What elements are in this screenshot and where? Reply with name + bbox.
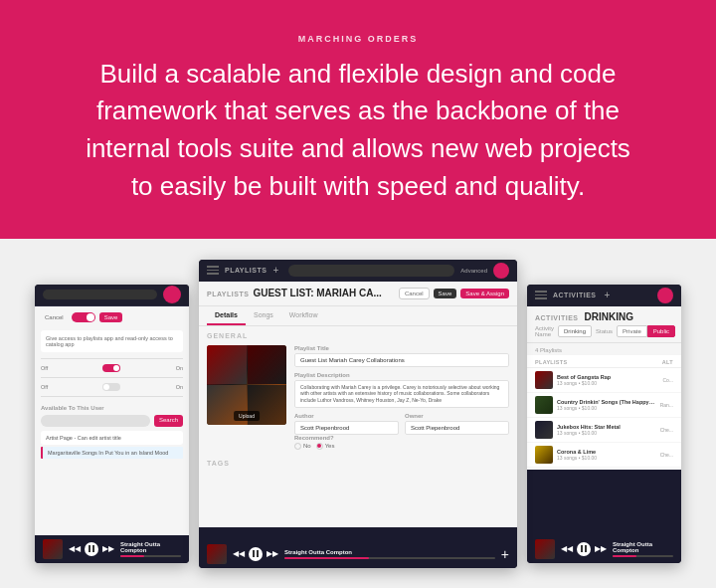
center-track-info: Straight Outta Compton (284, 549, 495, 559)
center-save-button[interactable]: Save (434, 289, 457, 298)
playlist-image-area[interactable]: Upload (207, 345, 286, 425)
screenshots-section: Cancel Save Give access to playlists app… (0, 239, 716, 588)
playlist-info-1: Best of Gangsta Rap 13 songs • $10.00 (557, 374, 658, 386)
owner-label: Owner (405, 413, 509, 419)
left-toggle[interactable] (72, 312, 95, 322)
right-screen: ACTIVITIES + ACTIVITIES DRINKING Activit… (527, 285, 681, 563)
left-toggle-row-2: Off On (41, 383, 183, 391)
playlist-title-input[interactable]: Guest List Mariah Carey Collaborations (294, 353, 509, 367)
author-input[interactable]: Scott Piepenbrood (294, 421, 399, 435)
left-info-text: Give access to playlists app and read-on… (46, 335, 178, 347)
center-add-to-playlist[interactable]: + (501, 547, 509, 561)
center-screen: PLAYLISTS + Advanced PLAYLISTS GUEST LIS… (199, 260, 517, 568)
general-label: GENERAL (207, 332, 509, 339)
right-player-progress (613, 555, 673, 557)
right-playlist-header: PLAYLISTS ALT (527, 357, 681, 368)
tab-songs[interactable]: Songs (246, 306, 281, 325)
tab-workflow[interactable]: Workflow (281, 306, 326, 325)
center-add-button[interactable]: + (272, 265, 278, 276)
center-form-row: Upload Playlist Title Guest List Mariah … (207, 345, 509, 455)
small-toggle-2-dot (103, 384, 109, 390)
owner-group: Owner Scott Piepenbrood (405, 413, 509, 435)
toggle2-off: Off (41, 384, 48, 390)
activity-name-input[interactable]: Drinking (558, 325, 592, 337)
center-save-assign-button[interactable]: Save & Assign (460, 289, 509, 298)
playlist-desc-group: Playlist Description Collaborating with … (294, 372, 509, 408)
toggle2-on: On (176, 384, 183, 390)
center-cancel-button[interactable]: Cancel (399, 288, 430, 299)
playlist-art-1 (535, 371, 553, 389)
center-search-bar[interactable] (288, 265, 454, 277)
upload-overlay[interactable]: Upload (234, 411, 260, 421)
left-divider (41, 358, 183, 359)
playlist-name-2: Country Drinkin' Songs (The Happy Ones) (557, 399, 656, 405)
center-header-left: PLAYLISTS GUEST LIST: MARIAH CA... (207, 288, 382, 298)
playlist-item-1[interactable]: Best of Gangsta Rap 13 songs • $10.00 Co… (527, 368, 681, 393)
playlist-desc-label: Playlist Description (294, 372, 509, 378)
status-private-button[interactable]: Private (617, 325, 647, 337)
center-next-button[interactable]: ▶▶ (267, 549, 278, 558)
left-artist-item-1: Artist Page - Can edit artist title (41, 431, 183, 445)
right-add-button[interactable]: + (605, 290, 611, 300)
playlist-songs-3: 13 songs • $10.00 (557, 430, 656, 436)
recommend-yes[interactable]: Yes (316, 443, 335, 450)
left-play-button[interactable] (85, 542, 98, 556)
center-play-button[interactable] (249, 547, 263, 561)
activity-name-label: Activity Name (535, 325, 554, 337)
right-playlist-list: PLAYLISTS ALT Best of Gangsta Rap 13 son… (527, 355, 681, 470)
small-toggle-1[interactable] (102, 364, 120, 372)
playlist-info-3: Jukebox Hits: Star Metal 13 songs • $10.… (557, 424, 656, 436)
playlist-songs-4: 13 songs • $10.00 (557, 455, 656, 461)
right-playlists-count: 4 Playlists (527, 343, 681, 355)
hero-text: Build a scalable and flexible design and… (80, 56, 636, 206)
left-save-button[interactable]: Save (99, 312, 123, 322)
right-player-art (535, 539, 555, 559)
playlist-extra-3: Che... (660, 427, 673, 433)
owner-input[interactable]: Scott Piepenbrood (405, 421, 509, 435)
left-artist-item-2: Margaritaville Songs In Put You in an Is… (41, 447, 183, 459)
playlist-art-2 (535, 396, 553, 414)
playlist-desc-input[interactable]: Collaborating with Mariah Carey is a pri… (294, 380, 509, 408)
center-player-bar: ◀◀ ▶▶ Straight Outta Compton + (199, 540, 517, 568)
center-header-buttons: Cancel Save Save & Assign (399, 288, 509, 299)
playlist-art-4 (535, 446, 553, 464)
left-screen: Cancel Save Give access to playlists app… (35, 285, 189, 563)
left-divider-3 (41, 396, 183, 397)
right-prev-button[interactable]: ◀◀ (561, 544, 573, 553)
center-nav-label: PLAYLISTS (225, 267, 267, 274)
center-playlists-label: PLAYLISTS (207, 291, 249, 297)
tab-details[interactable]: Details (207, 306, 246, 325)
status-public-button[interactable]: Public (647, 325, 675, 337)
playlist-info-4: Corona & Lime 13 songs • $10.00 (557, 449, 656, 461)
playlist-item-3[interactable]: Jukebox Hits: Star Metal 13 songs • $10.… (527, 418, 681, 443)
left-available-title: Available To This User (41, 405, 183, 411)
right-nav-icon (535, 291, 547, 300)
hero-section: MARCHING ORDERS Build a scalable and fle… (0, 0, 716, 239)
left-pause-icon (89, 545, 94, 552)
center-tabs: Details Songs Workflow (199, 306, 517, 326)
left-cancel-button[interactable]: Cancel (41, 312, 68, 322)
left-next-button[interactable]: ▶▶ (102, 544, 114, 553)
right-play-button[interactable] (577, 542, 591, 556)
right-pause-icon (581, 545, 587, 552)
small-toggle-2[interactable] (102, 383, 120, 391)
right-nav-label: ACTIVITIES (553, 292, 597, 298)
hero-label: MARCHING ORDERS (298, 34, 419, 44)
author-label: Author (294, 413, 399, 419)
tags-section: TAGS (207, 460, 509, 467)
right-next-button[interactable]: ▶▶ (595, 544, 607, 553)
right-track-info: Straight Outta Compton (613, 541, 673, 557)
left-player-progress (120, 555, 181, 557)
center-prev-button[interactable]: ◀◀ (233, 549, 245, 558)
playlist-extra-2: Ran... (660, 402, 673, 408)
left-toggle-dot (87, 313, 94, 321)
center-pause-icon (253, 550, 259, 557)
right-activities-label: ACTIVITIES (535, 314, 579, 321)
recommend-no[interactable]: No (294, 443, 311, 450)
playlist-item-4[interactable]: Corona & Lime 13 songs • $10.00 Che... (527, 443, 681, 468)
center-nav-icon (207, 266, 219, 276)
search-btn[interactable]: Search (154, 415, 183, 427)
playlist-item-2[interactable]: Country Drinkin' Songs (The Happy Ones) … (527, 393, 681, 418)
left-topbar-avatar (163, 286, 181, 303)
left-prev-button[interactable]: ◀◀ (69, 544, 81, 553)
